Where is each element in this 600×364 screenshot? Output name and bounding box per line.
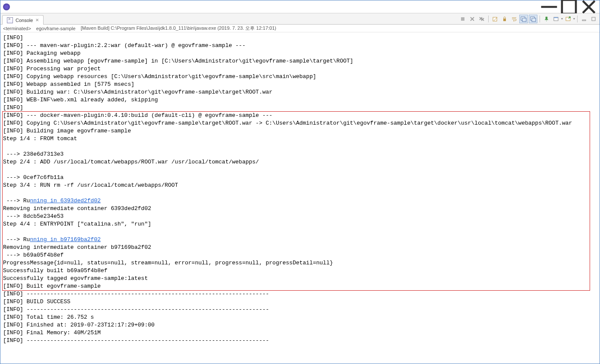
remove-launch-button[interactable] bbox=[468, 15, 477, 23]
pin-console-button[interactable] bbox=[542, 15, 551, 23]
process-project: egovframe-sample bbox=[36, 26, 76, 31]
application-window: Console ✕ ▾ ▾ bbox=[0, 0, 600, 364]
close-icon[interactable]: ✕ bbox=[35, 18, 39, 22]
console-icon bbox=[7, 17, 13, 23]
svg-rect-12 bbox=[592, 17, 595, 21]
process-config: [Maven Build] C:\Program Files\Java\jdk1… bbox=[81, 25, 276, 31]
chevron-down-icon[interactable]: ▾ bbox=[573, 17, 575, 21]
eclipse-icon bbox=[3, 3, 10, 10]
log-hyperlink[interactable]: nning in 6393ded2fd02 bbox=[30, 198, 101, 204]
tab-label: Console bbox=[16, 18, 33, 23]
console-process-header: <terminated> egovframe-sample [Maven Bui… bbox=[0, 25, 600, 32]
minimize-button[interactable] bbox=[539, 1, 559, 13]
scroll-lock-button[interactable] bbox=[500, 15, 509, 23]
svg-rect-11 bbox=[582, 20, 586, 21]
console-toolbar: ▾ ▾ bbox=[458, 15, 598, 23]
workspace: Console ✕ ▾ ▾ bbox=[0, 13, 600, 364]
console-output: [INFO] [INFO] --- maven-war-plugin:2.2:w… bbox=[0, 32, 600, 364]
process-state: <terminated> bbox=[3, 26, 31, 31]
terminate-button[interactable] bbox=[458, 15, 467, 23]
clear-console-button[interactable] bbox=[491, 15, 499, 23]
separator bbox=[540, 16, 540, 22]
word-wrap-button[interactable] bbox=[510, 15, 518, 23]
svg-rect-3 bbox=[503, 19, 506, 21]
log-text[interactable]: [INFO] [INFO] --- maven-war-plugin:2.2:w… bbox=[0, 32, 600, 347]
maximize-button[interactable] bbox=[559, 1, 579, 13]
chevron-down-icon[interactable]: ▾ bbox=[561, 17, 563, 21]
svg-rect-7 bbox=[532, 18, 536, 22]
svg-rect-5 bbox=[522, 18, 526, 22]
log-hyperlink[interactable]: nning in b97169ba2f02 bbox=[30, 236, 101, 243]
show-console-on-err-button[interactable] bbox=[529, 15, 537, 23]
console-tab[interactable]: Console ✕ bbox=[2, 15, 44, 25]
title-bar bbox=[0, 0, 600, 13]
svg-rect-2 bbox=[493, 17, 497, 21]
svg-rect-9 bbox=[554, 17, 558, 18]
separator bbox=[488, 16, 489, 22]
console-scroll-area[interactable]: [INFO] [INFO] --- maven-war-plugin:2.2:w… bbox=[0, 32, 600, 364]
maximize-view-button[interactable] bbox=[589, 15, 598, 23]
minimize-view-button[interactable] bbox=[580, 15, 588, 23]
open-console-button[interactable] bbox=[564, 15, 572, 23]
display-selected-console-button[interactable] bbox=[552, 15, 560, 23]
svg-rect-1 bbox=[461, 17, 464, 21]
separator bbox=[577, 16, 578, 22]
svg-rect-0 bbox=[562, 0, 576, 14]
show-console-on-out-button[interactable] bbox=[519, 15, 528, 23]
close-button[interactable] bbox=[579, 1, 599, 13]
window-controls bbox=[539, 1, 599, 13]
view-tab-bar: Console ✕ ▾ ▾ bbox=[0, 13, 600, 25]
remove-all-launches-button[interactable] bbox=[477, 15, 486, 23]
